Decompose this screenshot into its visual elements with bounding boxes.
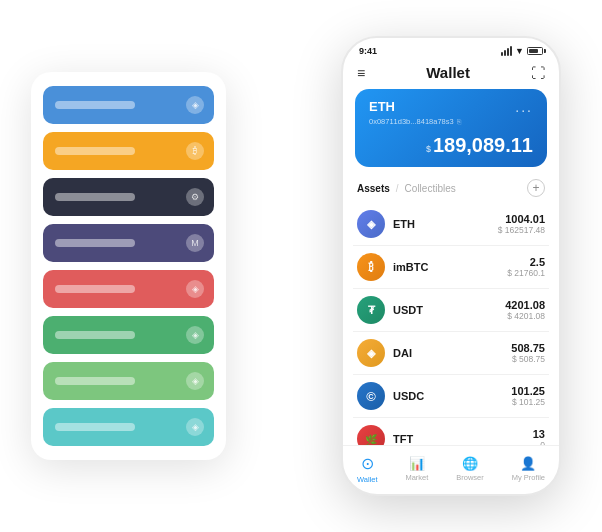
tft-amounts: 13 0 bbox=[533, 428, 545, 445]
card-icon-7: ◈ bbox=[186, 372, 204, 390]
card-label-4 bbox=[55, 239, 135, 247]
eth-amounts: 1004.01 $ 162517.48 bbox=[498, 213, 545, 235]
eth-usd: $ 162517.48 bbox=[498, 225, 545, 235]
qr-scan-icon[interactable]: ⛶ bbox=[531, 65, 545, 81]
card-label-7 bbox=[55, 377, 135, 385]
usdt-amounts: 4201.08 $ 4201.08 bbox=[505, 299, 545, 321]
eth-amount: 1004.01 bbox=[498, 213, 545, 225]
imbtc-amount: 2.5 bbox=[507, 256, 545, 268]
card-stack: ◈ ₿ ⚙ M ◈ ◈ ◈ ◈ bbox=[31, 72, 226, 460]
hamburger-icon[interactable]: ≡ bbox=[357, 65, 365, 81]
eth-menu-button[interactable]: ... bbox=[515, 99, 533, 115]
card-icon-1: ◈ bbox=[186, 96, 204, 114]
eth-card-name: ETH bbox=[369, 99, 395, 114]
usdc-amount: 101.25 bbox=[511, 385, 545, 397]
battery-icon bbox=[527, 47, 543, 55]
asset-name-usdc: USDC bbox=[393, 390, 503, 402]
card-icon-4: M bbox=[186, 234, 204, 252]
asset-item-dai[interactable]: ◈ DAI 508.75 $ 508.75 bbox=[353, 332, 549, 375]
imbtc-amounts: 2.5 $ 21760.1 bbox=[507, 256, 545, 278]
asset-name-eth: ETH bbox=[393, 218, 490, 230]
dai-amount: 508.75 bbox=[511, 342, 545, 354]
card-label-8 bbox=[55, 423, 135, 431]
card-item-8[interactable]: ◈ bbox=[43, 408, 214, 446]
usdc-amounts: 101.25 $ 101.25 bbox=[511, 385, 545, 407]
card-item-6[interactable]: ◈ bbox=[43, 316, 214, 354]
card-icon-8: ◈ bbox=[186, 418, 204, 436]
nav-profile[interactable]: 👤 My Profile bbox=[512, 456, 545, 482]
market-nav-icon: 📊 bbox=[409, 456, 425, 471]
tab-collectibles[interactable]: Collectibles bbox=[405, 183, 456, 194]
signal-icon bbox=[501, 46, 512, 56]
usdt-usd: $ 4201.08 bbox=[505, 311, 545, 321]
asset-list: ◈ ETH 1004.01 $ 162517.48 ₿ imBTC 2.5 $ … bbox=[343, 203, 559, 445]
card-item-7[interactable]: ◈ bbox=[43, 362, 214, 400]
asset-name-usdt: USDT bbox=[393, 304, 497, 316]
copy-address-icon[interactable]: ⎘ bbox=[457, 118, 461, 125]
asset-item-usdc[interactable]: © USDC 101.25 $ 101.25 bbox=[353, 375, 549, 418]
add-asset-button[interactable]: + bbox=[527, 179, 545, 197]
assets-header: Assets / Collectibles + bbox=[343, 177, 559, 203]
card-icon-5: ◈ bbox=[186, 280, 204, 298]
tab-divider: / bbox=[396, 183, 399, 194]
nav-wallet[interactable]: ⊙ Wallet bbox=[357, 454, 378, 484]
asset-item-tft[interactable]: 🌿 TFT 13 0 bbox=[353, 418, 549, 445]
scene: ◈ ₿ ⚙ M ◈ ◈ ◈ ◈ bbox=[21, 21, 581, 511]
card-item-4[interactable]: M bbox=[43, 224, 214, 262]
status-bar: 9:41 ▼ bbox=[343, 38, 559, 60]
phone-mockup: 9:41 ▼ ≡ Wallet ⛶ ETH bbox=[341, 36, 561, 496]
nav-title: Wallet bbox=[426, 64, 470, 81]
eth-card-header: ETH ... bbox=[369, 99, 533, 115]
eth-card[interactable]: ETH ... 0x08711d3b...8418a78s3 ⎘ $189,08… bbox=[355, 89, 547, 167]
imbtc-coin-icon: ₿ bbox=[357, 253, 385, 281]
nav-browser[interactable]: 🌐 Browser bbox=[456, 456, 484, 482]
usdt-coin-icon: ₮ bbox=[357, 296, 385, 324]
usdc-coin-icon: © bbox=[357, 382, 385, 410]
card-item-2[interactable]: ₿ bbox=[43, 132, 214, 170]
card-label-2 bbox=[55, 147, 135, 155]
wifi-icon: ▼ bbox=[515, 46, 524, 56]
asset-name-dai: DAI bbox=[393, 347, 503, 359]
asset-name-tft: TFT bbox=[393, 433, 525, 445]
status-icons: ▼ bbox=[501, 46, 543, 56]
card-item-5[interactable]: ◈ bbox=[43, 270, 214, 308]
tab-assets[interactable]: Assets bbox=[357, 183, 390, 194]
usdt-amount: 4201.08 bbox=[505, 299, 545, 311]
nav-market[interactable]: 📊 Market bbox=[405, 456, 428, 482]
eth-address: 0x08711d3b...8418a78s3 ⎘ bbox=[369, 117, 533, 126]
tft-coin-icon: 🌿 bbox=[357, 425, 385, 445]
dai-coin-icon: ◈ bbox=[357, 339, 385, 367]
dai-usd: $ 508.75 bbox=[511, 354, 545, 364]
browser-nav-label: Browser bbox=[456, 473, 484, 482]
card-item-1[interactable]: ◈ bbox=[43, 86, 214, 124]
wallet-nav-label: Wallet bbox=[357, 475, 378, 484]
imbtc-usd: $ 21760.1 bbox=[507, 268, 545, 278]
profile-nav-label: My Profile bbox=[512, 473, 545, 482]
card-label-6 bbox=[55, 331, 135, 339]
card-label-5 bbox=[55, 285, 135, 293]
profile-nav-icon: 👤 bbox=[520, 456, 536, 471]
asset-name-imbtc: imBTC bbox=[393, 261, 499, 273]
usdc-usd: $ 101.25 bbox=[511, 397, 545, 407]
tft-amount: 13 bbox=[533, 428, 545, 440]
top-nav: ≡ Wallet ⛶ bbox=[343, 60, 559, 89]
status-time: 9:41 bbox=[359, 46, 377, 56]
card-icon-3: ⚙ bbox=[186, 188, 204, 206]
dai-amounts: 508.75 $ 508.75 bbox=[511, 342, 545, 364]
card-item-3[interactable]: ⚙ bbox=[43, 178, 214, 216]
eth-coin-icon: ◈ bbox=[357, 210, 385, 238]
card-label-1 bbox=[55, 101, 135, 109]
bottom-nav: ⊙ Wallet 📊 Market 🌐 Browser 👤 My Profile bbox=[343, 445, 559, 494]
browser-nav-icon: 🌐 bbox=[462, 456, 478, 471]
asset-item-usdt[interactable]: ₮ USDT 4201.08 $ 4201.08 bbox=[353, 289, 549, 332]
asset-item-imbtc[interactable]: ₿ imBTC 2.5 $ 21760.1 bbox=[353, 246, 549, 289]
wallet-nav-icon: ⊙ bbox=[361, 454, 374, 473]
card-icon-6: ◈ bbox=[186, 326, 204, 344]
assets-tabs: Assets / Collectibles bbox=[357, 183, 456, 194]
card-label-3 bbox=[55, 193, 135, 201]
eth-balance: $189,089.11 bbox=[369, 134, 533, 157]
market-nav-label: Market bbox=[405, 473, 428, 482]
card-icon-2: ₿ bbox=[186, 142, 204, 160]
asset-item-eth[interactable]: ◈ ETH 1004.01 $ 162517.48 bbox=[353, 203, 549, 246]
